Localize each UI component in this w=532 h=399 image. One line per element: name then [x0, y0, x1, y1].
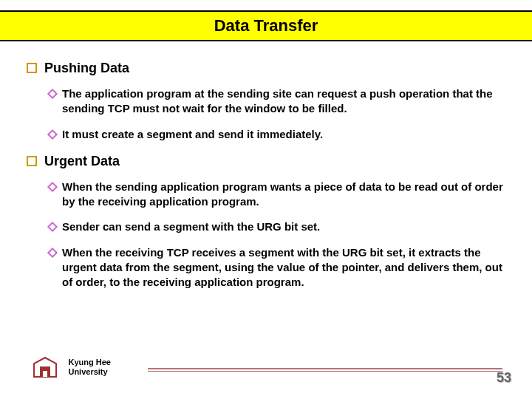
- diamond-bullet-icon: [47, 222, 58, 232]
- diamond-bullet-icon: [47, 182, 58, 192]
- section-heading: Pushing Data: [27, 61, 510, 76]
- diamond-bullet-icon: [47, 247, 58, 257]
- list-item: It must create a segment and send it imm…: [49, 127, 510, 142]
- footer: Kyung Hee University 53: [30, 355, 517, 387]
- section-heading-text: Urgent Data: [44, 154, 120, 169]
- slide: Data Transfer Pushing Data The applicati…: [0, 0, 532, 399]
- university-name-line1: Kyung Hee: [68, 358, 110, 366]
- section-body: The application program at the sending s…: [49, 86, 510, 142]
- list-item-text: It must create a segment and send it imm…: [62, 127, 323, 142]
- list-item-text: Sender can send a segment with the URG b…: [62, 219, 320, 234]
- section-heading-text: Pushing Data: [44, 61, 129, 76]
- footer-rule: [148, 371, 502, 372]
- content-area: Pushing Data The application program at …: [27, 56, 510, 290]
- section-body: When the sending application program wan…: [49, 180, 510, 290]
- square-bullet-icon: [27, 156, 37, 166]
- list-item-text: When the sending application program wan…: [62, 180, 510, 210]
- diamond-bullet-icon: [47, 129, 58, 139]
- footer-rule: [148, 368, 502, 369]
- list-item: Sender can send a segment with the URG b…: [49, 219, 510, 234]
- university-logo-icon: [30, 355, 61, 381]
- section-heading: Urgent Data: [27, 154, 510, 169]
- list-item: When the receiving TCP receives a segmen…: [49, 245, 510, 290]
- square-bullet-icon: [27, 63, 37, 73]
- list-item-text: When the receiving TCP receives a segmen…: [62, 245, 510, 290]
- slide-title: Data Transfer: [214, 16, 318, 35]
- university-name-line2: University: [68, 367, 107, 376]
- list-item-text: The application program at the sending s…: [62, 86, 510, 117]
- list-item: The application program at the sending s…: [49, 86, 510, 117]
- page-number: 53: [497, 370, 511, 386]
- svg-rect-1: [43, 371, 47, 377]
- diamond-bullet-icon: [47, 89, 58, 99]
- university-name: Kyung Hee University: [68, 358, 110, 377]
- title-band: Data Transfer: [0, 10, 532, 41]
- list-item: When the sending application program wan…: [49, 180, 510, 210]
